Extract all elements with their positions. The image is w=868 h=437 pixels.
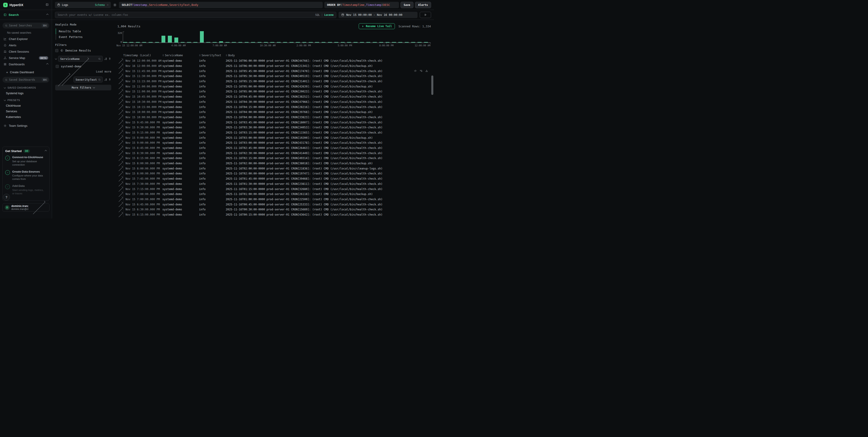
table-row[interactable]: Nov 15 8:00:00.000 PMsystemd-demoinfo202… [117,171,431,176]
facet-value-systemd-demo[interactable]: systemd-demo [55,64,111,69]
table-scrollbar[interactable] [431,68,434,218]
row-expand-icon[interactable] [118,192,123,197]
facet-chart-icon[interactable] [104,78,107,81]
table-row[interactable]: Nov 15 11:30:00.000 PMsystemd-demoinfo20… [117,74,431,79]
get-started-task[interactable]: Create Data Sources Configure where your… [5,169,46,181]
row-expand-icon[interactable] [118,125,123,130]
checkbox[interactable] [56,65,59,68]
alerts-button[interactable]: Alerts [415,2,431,8]
row-expand-icon[interactable] [118,84,123,89]
lucene-mode-option[interactable]: Lucene [324,13,334,16]
row-expand-icon[interactable] [118,150,123,156]
table-row[interactable]: Nov 15 8:00:00.000 PMsystemd-demoinfo202… [117,166,431,171]
table-row[interactable]: Nov 15 10:00:00.000 PMsystemd-demoinfo20… [117,115,431,120]
table-row[interactable]: Nov 15 6:45:00.000 PMsystemd-demoinfo202… [117,202,431,207]
event-search-box[interactable]: SQL | Lucene [55,12,336,18]
time-range-picker[interactable]: Nov 15 00:00:00 - Nov 16 00:00:00 [339,12,417,18]
table-row[interactable]: Nov 15 9:00:00.000 PMsystemd-demoinfo202… [117,140,431,145]
table-row[interactable]: Nov 15 7:15:00.000 PMsystemd-demoinfo202… [117,187,431,192]
get-started-task[interactable]: Add Data Start sending logs, metrics, or… [5,184,46,195]
column-servicename[interactable]: ⠿ServiceName [162,54,199,57]
table-row[interactable]: Nov 15 8:15:00.000 PMsystemd-demoinfo202… [117,156,431,161]
column-timestamp[interactable]: Timestamp (Local) [123,54,162,57]
saved-searches-search[interactable]: ⌘K [2,23,49,29]
source-settings-gear-icon[interactable] [113,2,117,8]
table-row[interactable]: Nov 15 7:00:00.000 PMsystemd-demoinfo202… [117,197,431,202]
facet-chart-icon[interactable] [104,57,107,60]
table-row[interactable]: Nov 15 11:00:00.000 PMsystemd-demoinfo20… [117,84,431,89]
facet-search-box[interactable]: ServiceName [58,56,103,62]
table-row[interactable]: Nov 15 9:15:00.000 PMsystemd-demoinfo202… [117,130,431,135]
sidebar-item-alerts[interactable]: Alerts [0,42,52,48]
table-row[interactable]: Nov 15 10:30:00.000 PMsystemd-demoinfo20… [117,99,431,105]
row-expand-icon[interactable] [118,156,123,161]
create-dashboard-button[interactable]: + Create Dashboard [0,69,52,75]
table-row[interactable]: Nov 15 8:00:00.000 PMsystemd-demoinfo202… [117,161,431,166]
chevron-up-icon[interactable] [46,63,49,65]
pin-icon[interactable] [108,78,111,81]
row-expand-icon[interactable] [118,74,123,79]
row-expand-icon[interactable] [118,166,123,171]
chevron-right-icon[interactable] [57,73,70,86]
sidebar-item-client-sessions[interactable]: Client Sessions [0,48,52,55]
presets-section[interactable]: PRESETS [0,97,52,103]
row-expand-icon[interactable] [118,212,123,217]
drag-handle-icon[interactable]: ⠿ [226,54,227,57]
sidebar-item-systemd-logs[interactable]: Systemd logs [0,90,52,96]
row-expand-icon[interactable] [118,79,123,84]
table-row[interactable]: Nov 15 11:45:00.000 PMsystemd-demoinfo20… [117,68,431,74]
save-button[interactable]: Save [401,2,413,8]
chevron-up-icon[interactable] [46,14,49,16]
table-row[interactable]: Nov 15 7:00:00.000 PMsystemd-demoinfo202… [117,192,431,197]
column-body[interactable]: ⠿Body [226,54,417,57]
scrollbar-thumb[interactable] [431,75,433,95]
table-row[interactable]: Nov 16 12:00:00.000 AMsystemd-demoinfo20… [117,64,431,69]
saved-dashboards-input[interactable] [9,78,40,81]
sidebar-item-dashboards[interactable]: Dashboards [0,61,52,67]
table-row[interactable]: Nov 15 11:15:00.000 PMsystemd-demoinfo20… [117,79,431,84]
code-view-icon[interactable] [414,69,417,72]
table-row[interactable]: Nov 15 7:30:00.000 PMsystemd-demoinfo202… [117,181,431,187]
row-expand-icon[interactable] [118,161,123,166]
row-expand-icon[interactable] [118,197,123,202]
table-row[interactable]: Nov 15 11:00:00.000 PMsystemd-demoinfo20… [117,89,431,94]
column-severitytext[interactable]: ⠿SeverityText [199,54,226,57]
row-expand-icon[interactable] [118,120,123,125]
more-filters-button[interactable]: More filters [55,85,111,90]
sql-mode-option[interactable]: SQL [315,13,320,16]
row-expand-icon[interactable] [118,58,123,64]
saved-dashboards-section[interactable]: SAVED DASHBOARDS [0,85,52,90]
row-expand-icon[interactable] [118,187,123,192]
chevron-down-icon[interactable] [55,57,57,60]
saved-dashboards-search[interactable]: ⌘K [2,77,49,83]
sidebar-item-chart-explorer[interactable]: Chart Explorer [0,36,52,42]
chevron-up-icon[interactable] [45,150,47,152]
resume-live-tail-button[interactable]: Resume Live Tail [359,23,395,29]
language-toggle[interactable]: SQL | Lucene [315,13,334,16]
run-query-button[interactable] [420,12,431,18]
row-expand-icon[interactable] [118,110,123,115]
search-input[interactable] [58,13,313,16]
table-row[interactable]: Nov 15 7:45:00.000 PMsystemd-demoinfo202… [117,176,431,181]
table-row[interactable]: Nov 15 9:00:00.000 PMsystemd-demoinfo202… [117,135,431,140]
text-wrap-icon[interactable] [420,69,423,72]
row-expand-icon[interactable] [118,202,123,207]
drag-handle-icon[interactable]: ⠿ [199,54,200,57]
table-row[interactable]: Nov 15 9:30:00.000 PMsystemd-demoinfo202… [117,125,431,130]
row-expand-icon[interactable] [118,145,123,150]
checkbox[interactable] [55,49,58,52]
row-expand-icon[interactable] [118,114,123,120]
histogram-bars[interactable] [123,32,430,43]
source-select[interactable]: Logs Schema [55,2,111,8]
denoise-results-toggle[interactable]: Denoise Results [55,49,111,52]
table-row[interactable]: Nov 15 6:15:00.000 PMsystemd-demoinfo202… [117,212,431,217]
row-expand-icon[interactable] [118,171,123,176]
row-expand-icon[interactable] [118,176,123,181]
row-expand-icon[interactable] [118,140,123,145]
order-by-input[interactable]: ORDER BY (TimestampTime, Timestamp) DESC [324,2,399,8]
row-expand-icon[interactable] [118,207,123,212]
table-row[interactable]: Nov 15 8:30:00.000 PMsystemd-demoinfo202… [117,150,431,156]
table-row[interactable]: Nov 15 10:45:00.000 PMsystemd-demoinfo20… [117,94,431,99]
download-icon[interactable] [425,69,428,72]
pin-icon[interactable] [108,57,111,60]
